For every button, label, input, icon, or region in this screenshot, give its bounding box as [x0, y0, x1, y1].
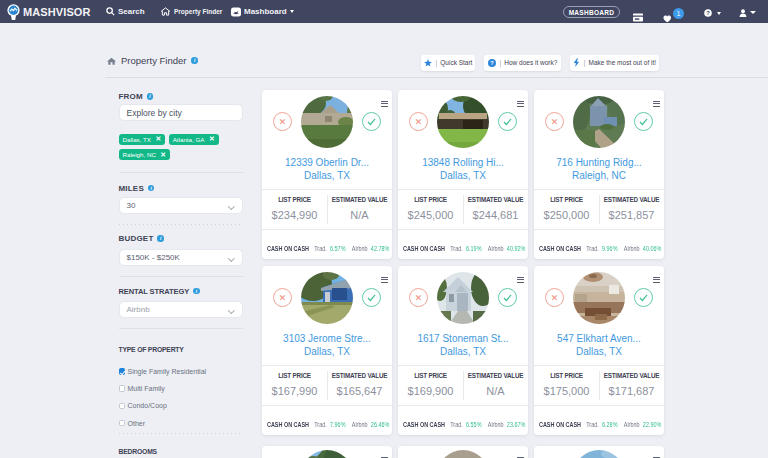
svg-text:?: ?	[490, 60, 494, 66]
svg-text:?: ?	[706, 10, 710, 16]
